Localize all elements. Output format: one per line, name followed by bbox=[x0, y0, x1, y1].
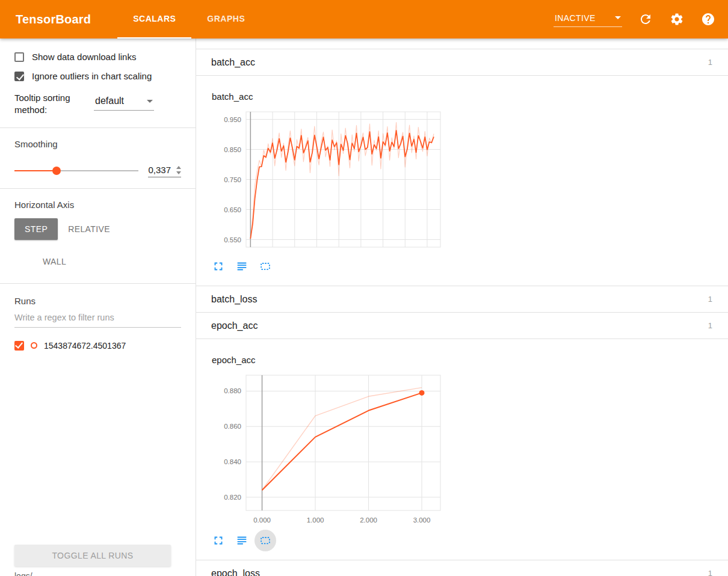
chart-panel-epoch_acc: epoch_acc0.0001.0002.0003.0000.8200.8400… bbox=[196, 339, 728, 560]
chart-title: epoch_acc bbox=[212, 355, 714, 367]
svg-text:0.950: 0.950 bbox=[224, 116, 241, 123]
logdir-label: logs/ bbox=[14, 571, 32, 576]
runs-label: Runs bbox=[14, 296, 181, 306]
card-list: batch_acc1batch_acc0.5500.6500.7500.8500… bbox=[196, 49, 728, 576]
run-name: 1543874672.4501367 bbox=[44, 341, 126, 351]
tooltip-sorting-value: default bbox=[95, 96, 124, 106]
svg-text:0.550: 0.550 bbox=[224, 236, 241, 244]
smoothing-slider[interactable] bbox=[14, 170, 138, 171]
run-checkbox[interactable] bbox=[14, 341, 24, 351]
tooltip-sorting-row: Tooltip sorting method: default bbox=[14, 92, 181, 117]
card-header-epoch_loss[interactable]: epoch_loss1 bbox=[196, 560, 728, 576]
svg-text:2.000: 2.000 bbox=[360, 516, 377, 524]
horizontal-axis-label: Horizontal Axis bbox=[14, 200, 181, 210]
status-dropdown[interactable]: INACTIVE bbox=[554, 12, 622, 27]
log-scale-icon[interactable] bbox=[231, 530, 253, 551]
card-count-badge: 1 bbox=[708, 58, 712, 67]
number-spinner[interactable] bbox=[176, 166, 181, 175]
tooltip-sorting-label: Tooltip sorting method: bbox=[14, 92, 84, 117]
smoothing-label: Smoothing bbox=[14, 139, 181, 149]
chart-panel-batch_acc: batch_acc0.5500.6500.7500.8500.950 bbox=[196, 76, 728, 286]
chevron-down-icon bbox=[615, 16, 621, 19]
svg-text:0.840: 0.840 bbox=[224, 458, 241, 465]
fullscreen-icon[interactable] bbox=[208, 530, 229, 551]
smoothing-slider-fill bbox=[14, 170, 57, 171]
epoch_acc-plot[interactable]: 0.0001.0002.0003.0000.8200.8400.8600.880 bbox=[211, 369, 448, 529]
chart-toolbar bbox=[208, 530, 714, 551]
smoothing-value-input[interactable]: 0,337 bbox=[148, 165, 181, 177]
run-color-swatch bbox=[31, 342, 37, 349]
card-count-badge: 1 bbox=[708, 321, 712, 330]
log-scale-icon[interactable] bbox=[231, 256, 253, 277]
card-title: epoch_loss bbox=[211, 568, 260, 576]
card-header-batch_loss[interactable]: batch_loss1 bbox=[196, 286, 728, 313]
card-title: epoch_acc bbox=[211, 320, 258, 331]
header-tabs: SCALARSGRAPHS bbox=[117, 0, 261, 38]
run-row[interactable]: 1543874672.4501367 bbox=[14, 341, 181, 351]
runs-filter-input[interactable] bbox=[14, 307, 181, 328]
smoothing-slider-knob[interactable] bbox=[52, 167, 61, 175]
card-title: batch_loss bbox=[211, 294, 258, 305]
checkbox-label: Show data download links bbox=[32, 52, 136, 62]
header-actions: INACTIVE bbox=[554, 0, 716, 38]
spinner-down-icon[interactable] bbox=[176, 171, 181, 174]
svg-text:0.000: 0.000 bbox=[253, 516, 271, 524]
divider bbox=[0, 127, 196, 128]
tab-graphs[interactable]: GRAPHS bbox=[191, 0, 261, 38]
horizontal-axis-buttons: STEPRELATIVEWALL bbox=[14, 218, 181, 272]
svg-text:0.860: 0.860 bbox=[224, 423, 241, 430]
fit-domain-icon[interactable] bbox=[254, 256, 276, 277]
help-icon[interactable] bbox=[700, 11, 716, 27]
dashboard: batch_acc1batch_acc0.5500.6500.7500.8500… bbox=[196, 38, 728, 576]
card-title: batch_acc bbox=[211, 57, 255, 68]
card-count-badge: 1 bbox=[708, 295, 712, 304]
card-header-epoch_acc[interactable]: epoch_acc1 bbox=[196, 313, 728, 339]
spinner-up-icon[interactable] bbox=[176, 166, 181, 169]
tab-scalars[interactable]: SCALARS bbox=[117, 0, 191, 38]
svg-text:0.750: 0.750 bbox=[224, 176, 241, 183]
chevron-down-icon bbox=[147, 100, 153, 103]
svg-text:0.820: 0.820 bbox=[224, 494, 241, 501]
status-label: INACTIVE bbox=[555, 13, 596, 23]
fit-domain-icon[interactable] bbox=[254, 530, 276, 551]
toggle-all-runs-button[interactable]: TOGGLE ALL RUNS bbox=[14, 545, 171, 566]
axis-button-relative[interactable]: RELATIVE bbox=[58, 218, 120, 240]
chart-title: batch_acc bbox=[212, 91, 714, 103]
chart-toolbar bbox=[208, 256, 714, 277]
divider bbox=[0, 283, 196, 284]
app-title: TensorBoard bbox=[16, 0, 91, 38]
sidebar: Show data download linksIgnore outliers … bbox=[0, 38, 196, 576]
app-header: TensorBoard SCALARSGRAPHS INACTIVE bbox=[0, 0, 728, 38]
tooltip-sorting-select[interactable]: default bbox=[94, 94, 154, 111]
series-end-dot bbox=[419, 390, 425, 396]
axis-button-step[interactable]: STEP bbox=[14, 218, 58, 240]
settings-icon[interactable] bbox=[669, 11, 685, 27]
card-count-badge: 1 bbox=[708, 569, 712, 576]
content: Show data download linksIgnore outliers … bbox=[0, 38, 728, 576]
svg-text:0.880: 0.880 bbox=[224, 387, 241, 394]
batch_acc-plot[interactable]: 0.5500.6500.7500.8500.950 bbox=[211, 106, 448, 254]
divider bbox=[0, 188, 196, 189]
svg-text:1.000: 1.000 bbox=[307, 516, 324, 524]
fullscreen-icon[interactable] bbox=[208, 256, 229, 277]
refresh-icon[interactable] bbox=[638, 11, 653, 27]
checkbox-label: Ignore outliers in chart scaling bbox=[32, 71, 152, 81]
checkbox-checked-icon[interactable] bbox=[14, 72, 24, 81]
svg-text:3.000: 3.000 bbox=[413, 516, 431, 524]
sidebar-checkboxes: Show data download linksIgnore outliers … bbox=[14, 52, 181, 81]
svg-text:0.650: 0.650 bbox=[224, 206, 241, 213]
svg-text:0.850: 0.850 bbox=[224, 146, 241, 153]
smoothing-row: 0,337 bbox=[14, 165, 181, 177]
card-header-batch_acc[interactable]: batch_acc1 bbox=[196, 49, 728, 76]
smoothing-value: 0,337 bbox=[148, 165, 171, 175]
checkbox-icon[interactable] bbox=[14, 52, 24, 62]
axis-button-wall[interactable]: WALL bbox=[32, 251, 76, 272]
checkbox-row-0[interactable]: Show data download links bbox=[14, 52, 181, 62]
checkbox-row-1[interactable]: Ignore outliers in chart scaling bbox=[14, 71, 181, 81]
